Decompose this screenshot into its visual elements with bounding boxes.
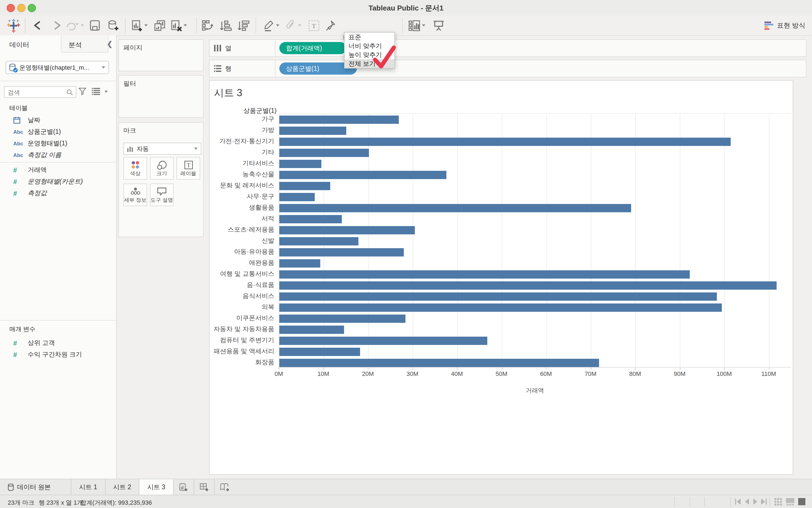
- tab-data[interactable]: 데이터: [9, 40, 29, 50]
- bar-mark[interactable]: [279, 336, 487, 345]
- fit-menu-item[interactable]: 표준: [344, 33, 394, 41]
- color-button[interactable]: 색상: [123, 157, 147, 180]
- new-worksheet-tab-button[interactable]: [174, 479, 194, 495]
- highlight-button[interactable]: [263, 18, 279, 33]
- bar-mark[interactable]: [279, 115, 399, 124]
- new-dashboard-tab-button[interactable]: [194, 479, 215, 495]
- cells-dropdown-icon[interactable]: [422, 24, 425, 27]
- presentation-mode-button[interactable]: [433, 18, 445, 33]
- category-label: 서적: [261, 214, 274, 223]
- new-datasource-button[interactable]: [107, 18, 119, 33]
- new-worksheet-button[interactable]: [132, 18, 148, 33]
- tab-sheet[interactable]: 시트 1: [71, 479, 106, 495]
- bar-mark[interactable]: [279, 303, 722, 311]
- field-item[interactable]: Abc상품군별(1): [0, 126, 116, 138]
- columns-shelf[interactable]: 열 합계(거래액): [209, 39, 807, 57]
- worksheet-canvas: 시트 3 상품군별(1) 가구가방가전·전자·통신기기기타기타서비스농축수산물문…: [209, 80, 793, 475]
- clear-dropdown-icon[interactable]: [184, 24, 187, 27]
- fix-axes-button[interactable]: [325, 18, 336, 33]
- show-me-cells-button[interactable]: [408, 18, 425, 33]
- plot-area[interactable]: [279, 113, 791, 368]
- replay-dropdown-icon[interactable]: [81, 24, 84, 27]
- bar-mark[interactable]: [279, 137, 731, 146]
- size-button[interactable]: 크기: [150, 157, 174, 180]
- bar-mark[interactable]: [279, 204, 631, 212]
- sheet-title[interactable]: 시트 3: [214, 86, 242, 99]
- tab-sheet[interactable]: 시트 3: [139, 479, 173, 495]
- bar-mark[interactable]: [279, 226, 415, 234]
- bar-mark[interactable]: [279, 181, 330, 190]
- toolbar-separator: [402, 18, 403, 33]
- category-label: 애완용품: [249, 259, 274, 267]
- show-me-button[interactable]: 표현 방식: [764, 18, 805, 33]
- tab-sheet[interactable]: 시트 2: [106, 479, 139, 495]
- field-item[interactable]: Abc운영형태별(1): [0, 138, 116, 149]
- search-input[interactable]: [4, 88, 66, 96]
- label-button[interactable]: T 레이블: [176, 157, 200, 180]
- bar-mark[interactable]: [279, 270, 690, 278]
- field-item[interactable]: #측정값: [0, 187, 116, 199]
- parameter-item[interactable]: #상위 고객: [0, 337, 116, 349]
- sort-descending-button[interactable]: [237, 18, 249, 33]
- view-options-icon[interactable]: [92, 88, 100, 95]
- replay-button[interactable]: [66, 18, 84, 33]
- bar-mark[interactable]: [279, 259, 320, 267]
- duplicate-sheet-button[interactable]: [154, 18, 166, 33]
- x-axis[interactable]: 0M10M20M30M40M50M60M70M80M90M100M110M: [279, 370, 791, 378]
- group-dropdown-icon[interactable]: [298, 24, 301, 27]
- nav-prev-icon[interactable]: [744, 499, 749, 505]
- detail-button[interactable]: 세부 정보: [123, 183, 147, 206]
- bar-mark[interactable]: [279, 292, 717, 300]
- swap-rows-columns-button[interactable]: [201, 18, 214, 33]
- view-single-icon[interactable]: [798, 498, 805, 505]
- bar-mark[interactable]: [279, 126, 346, 135]
- tooltip-button[interactable]: 도구 설명: [150, 183, 174, 206]
- bar-mark[interactable]: [279, 193, 315, 201]
- highlight-dropdown-icon[interactable]: [276, 24, 279, 27]
- field-item[interactable]: Abc측정값 이름: [0, 149, 116, 161]
- save-button[interactable]: [90, 18, 100, 33]
- undo-button[interactable]: [32, 18, 44, 33]
- collapse-pane-icon[interactable]: ❮: [107, 40, 113, 48]
- tick-mark: [635, 368, 636, 370]
- bar-mark[interactable]: [279, 281, 777, 289]
- view-filmstrip-icon[interactable]: [786, 498, 794, 506]
- group-members-button[interactable]: [285, 18, 301, 33]
- search-box[interactable]: [4, 86, 76, 98]
- bar-mark[interactable]: [279, 314, 405, 323]
- bar-mark[interactable]: [279, 149, 369, 157]
- show-mark-labels-button[interactable]: T: [308, 18, 320, 33]
- bar-mark[interactable]: [279, 325, 344, 334]
- bar-mark[interactable]: [279, 347, 360, 356]
- filter-fields-icon[interactable]: [79, 87, 86, 95]
- nav-first-icon[interactable]: [735, 499, 741, 505]
- view-options-dropdown-icon[interactable]: [105, 91, 108, 93]
- field-item[interactable]: #운영형태별(카운트): [0, 176, 116, 187]
- bar-mark[interactable]: [279, 215, 341, 223]
- bar-mark[interactable]: [279, 248, 404, 256]
- pill-sum-sales[interactable]: 합계(거래액): [279, 42, 346, 54]
- rows-shelf[interactable]: 행 상품군별(1): [209, 60, 807, 77]
- field-item[interactable]: 날짜: [0, 115, 116, 126]
- new-sheet-dropdown-icon[interactable]: [145, 24, 148, 27]
- tab-analysis[interactable]: 분석: [61, 35, 109, 52]
- new-story-tab-button[interactable]: [215, 479, 235, 495]
- bar-mark[interactable]: [279, 237, 358, 245]
- pages-card[interactable]: 페이지: [118, 39, 204, 71]
- filters-card[interactable]: 필터: [118, 75, 204, 118]
- sort-ascending-button[interactable]: [219, 18, 232, 33]
- parameter-item[interactable]: #수익 구간차원 크기: [0, 349, 116, 361]
- view-grid-icon[interactable]: [774, 498, 782, 506]
- nav-next-icon[interactable]: [753, 499, 758, 505]
- tab-datasource[interactable]: 데이터 원본: [0, 479, 71, 495]
- redo-button[interactable]: [50, 18, 63, 33]
- mark-type-dropdown[interactable]: 자동: [123, 142, 201, 155]
- bar-mark[interactable]: [279, 358, 599, 367]
- bar-mark[interactable]: [279, 160, 322, 168]
- datasource-selector[interactable]: 운영형태별(chapter1_m...: [5, 61, 109, 74]
- datasource-dropdown-icon[interactable]: [102, 66, 105, 69]
- field-item[interactable]: #거래액: [0, 164, 116, 176]
- nav-last-icon[interactable]: [761, 499, 767, 505]
- bar-mark[interactable]: [279, 171, 446, 179]
- clear-sheet-button[interactable]: [171, 18, 187, 33]
